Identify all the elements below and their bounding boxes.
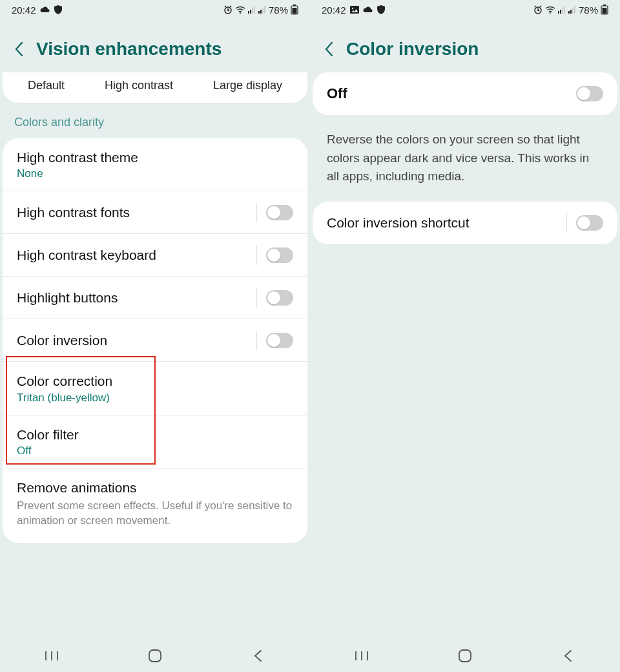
- row-title: Color inversion: [17, 331, 256, 349]
- section-colors-clarity: Colors and clarity: [0, 110, 310, 138]
- svg-rect-5: [254, 6, 255, 14]
- svg-rect-3: [250, 10, 251, 14]
- row-title: Highlight buttons: [17, 289, 256, 306]
- svg-rect-4: [252, 8, 253, 14]
- battery-icon: [601, 5, 608, 15]
- divider: [256, 203, 257, 222]
- page-title: Vision enhancements: [36, 39, 222, 59]
- row-remove-animations[interactable]: Remove animations Prevent some screen ef…: [3, 468, 307, 543]
- row-color-correction[interactable]: Color correction Tritan (blue-yellow): [3, 362, 307, 415]
- signal-icon: [558, 6, 566, 14]
- nav-bar: [0, 640, 310, 672]
- status-battery: 78%: [269, 5, 288, 16]
- status-time: 20:42: [322, 5, 346, 16]
- row-high-contrast-fonts[interactable]: High contrast fonts: [3, 191, 307, 234]
- row-title: Color inversion shortcut: [327, 214, 566, 231]
- description-text: Reverse the colors on your screen so tha…: [310, 115, 620, 202]
- state-card: Off: [313, 72, 617, 115]
- row-sub: None: [17, 167, 293, 180]
- tab-default[interactable]: Default: [28, 79, 65, 92]
- svg-rect-7: [260, 10, 262, 14]
- row-title: Remove animations: [17, 479, 293, 496]
- row-color-inversion[interactable]: Color inversion: [3, 319, 307, 362]
- svg-rect-13: [149, 650, 161, 662]
- row-title: High contrast fonts: [17, 204, 256, 221]
- shield-icon: [377, 5, 385, 14]
- svg-rect-21: [564, 6, 565, 14]
- nav-bar: [310, 640, 620, 672]
- tab-high-contrast[interactable]: High contrast: [105, 79, 173, 92]
- row-title: High contrast theme: [17, 149, 293, 166]
- row-title: Color filter: [17, 426, 293, 443]
- page-title: Color inversion: [346, 39, 479, 59]
- svg-rect-14: [350, 6, 359, 14]
- row-high-contrast-keyboard[interactable]: High contrast keyboard: [3, 234, 307, 277]
- svg-rect-23: [570, 10, 572, 14]
- status-time: 20:42: [12, 5, 36, 16]
- screen-color-inversion: 20:42 78% Color inversion Off Reverse th…: [310, 0, 620, 672]
- svg-point-15: [351, 8, 353, 9]
- toggle-highlight-buttons[interactable]: [266, 290, 293, 306]
- nav-back-icon[interactable]: [549, 649, 588, 663]
- divider: [256, 246, 257, 265]
- row-inversion-state[interactable]: Off: [313, 72, 617, 115]
- wifi-icon: [545, 6, 555, 14]
- screen-vision-enhancements: 20:42 78% Vision enhancements Default Hi…: [0, 0, 310, 672]
- svg-point-17: [550, 12, 551, 14]
- divider: [566, 213, 567, 233]
- shield-icon: [54, 5, 62, 14]
- nav-home-icon[interactable]: [446, 649, 484, 663]
- toggle-inversion-shortcut[interactable]: [576, 215, 603, 231]
- signal-icon: [248, 6, 256, 14]
- tab-large-display[interactable]: Large display: [213, 79, 282, 92]
- toggle-high-contrast-fonts[interactable]: [266, 205, 293, 220]
- svg-rect-29: [459, 650, 471, 662]
- toggle-color-inversion[interactable]: [266, 333, 293, 348]
- display-mode-tabs: Default High contrast Large display: [3, 72, 307, 103]
- row-highlight-buttons[interactable]: Highlight buttons: [3, 277, 307, 319]
- signal2-icon: [258, 6, 266, 14]
- wifi-icon: [235, 6, 245, 14]
- row-inversion-shortcut[interactable]: Color inversion shortcut: [313, 202, 617, 244]
- cloud-icon: [363, 6, 373, 14]
- nav-back-icon[interactable]: [239, 649, 278, 663]
- state-label: Off: [327, 85, 576, 102]
- svg-rect-12: [293, 8, 297, 14]
- row-title: Color correction: [17, 372, 293, 390]
- battery-icon: [291, 5, 298, 15]
- back-icon[interactable]: [14, 41, 25, 58]
- svg-rect-19: [560, 10, 561, 14]
- nav-recents-icon[interactable]: [342, 650, 381, 662]
- alarm-icon: [533, 5, 542, 14]
- divider: [256, 288, 257, 308]
- row-desc: Prevent some screen effects. Useful if y…: [17, 499, 293, 529]
- nav-home-icon[interactable]: [136, 649, 174, 663]
- svg-rect-11: [293, 5, 296, 6]
- back-icon[interactable]: [324, 41, 335, 58]
- svg-rect-18: [558, 11, 559, 14]
- status-battery: 78%: [579, 5, 598, 16]
- svg-rect-20: [562, 8, 563, 14]
- shortcut-card: Color inversion shortcut: [313, 202, 617, 244]
- svg-rect-6: [258, 11, 260, 14]
- status-bar: 20:42 78%: [310, 0, 620, 19]
- svg-rect-28: [603, 8, 607, 14]
- row-title: High contrast keyboard: [17, 246, 256, 264]
- svg-rect-25: [574, 6, 575, 14]
- settings-list: High contrast theme None High contrast f…: [3, 138, 307, 543]
- row-sub: Off: [17, 445, 293, 457]
- nav-recents-icon[interactable]: [32, 650, 71, 662]
- toggle-color-inversion-master[interactable]: [576, 86, 603, 101]
- row-sub: Tritan (blue-yellow): [17, 392, 293, 404]
- divider: [256, 331, 257, 350]
- row-color-filter[interactable]: Color filter Off: [3, 415, 307, 468]
- row-high-contrast-theme[interactable]: High contrast theme None: [3, 138, 307, 191]
- toggle-high-contrast-keyboard[interactable]: [266, 247, 293, 263]
- cloud-icon: [40, 6, 50, 14]
- header: Vision enhancements: [0, 19, 310, 72]
- image-icon: [350, 6, 359, 14]
- svg-rect-22: [568, 11, 570, 14]
- svg-point-1: [240, 12, 241, 14]
- svg-rect-27: [603, 5, 606, 6]
- status-bar: 20:42 78%: [0, 0, 310, 19]
